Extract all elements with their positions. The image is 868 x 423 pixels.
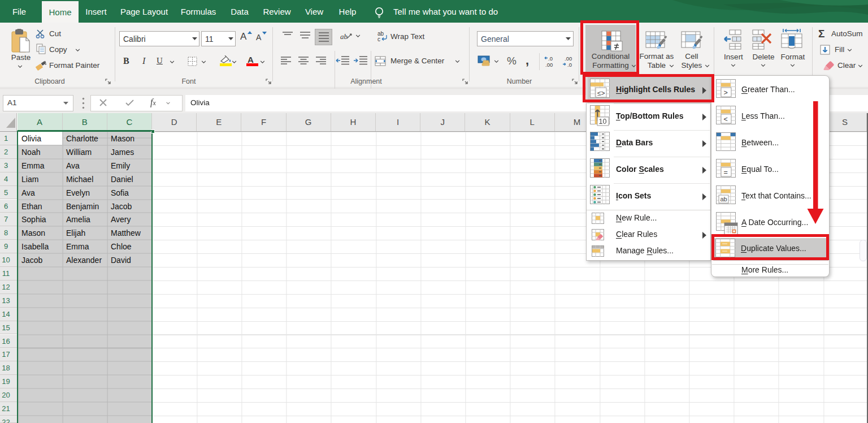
svg-text:.0: .0 xyxy=(548,55,553,62)
svg-text:ab: ab xyxy=(721,196,727,202)
svg-text:.0: .0 xyxy=(567,62,572,68)
svg-text:<: < xyxy=(724,115,728,123)
svg-text:.00: .00 xyxy=(545,62,553,68)
svg-text:.00: .00 xyxy=(565,55,572,62)
svg-text:>: > xyxy=(724,89,728,97)
svg-text:ab: ab xyxy=(340,32,348,41)
svg-text:=: = xyxy=(724,169,728,176)
svg-text:c: c xyxy=(377,36,380,42)
svg-text:10: 10 xyxy=(599,118,607,126)
